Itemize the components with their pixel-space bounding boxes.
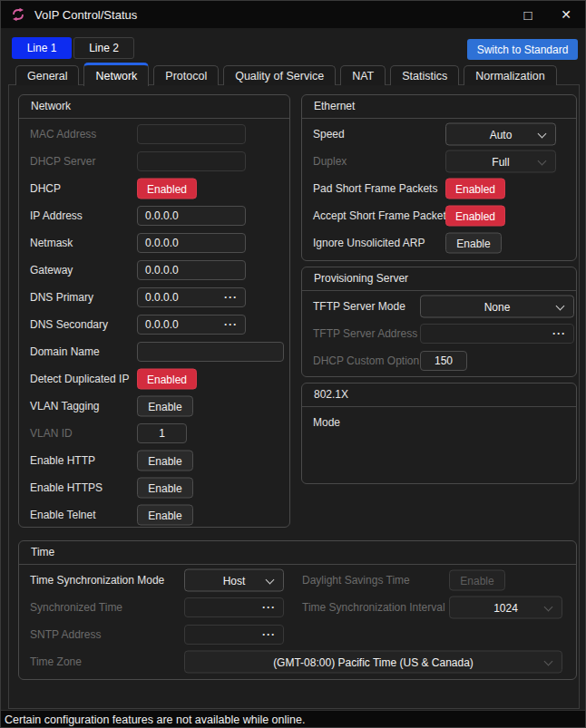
sntp-address-field: ···: [184, 625, 284, 645]
duplex-value: Full: [492, 155, 509, 168]
gateway-field[interactable]: 0.0.0.0: [137, 260, 246, 280]
provisioning-server-group: Provisioning Server TFTP Server Mode Non…: [301, 267, 577, 377]
sntp-address-ellipsis-button[interactable]: ···: [262, 628, 276, 641]
time-group: Time Time Synchronization Mode Host Dayl…: [18, 540, 577, 680]
synchronized-time-row: Synchronized Time ··· Time Synchronizati…: [19, 594, 576, 621]
dhcp-row: DHCP Enabled: [19, 175, 289, 202]
netmask-field[interactable]: 0.0.0.0: [137, 233, 246, 253]
accept-short-frame-label: Accept Short Frame Packets: [313, 209, 452, 222]
enable-https-row: Enable HTTPS Enable: [19, 474, 289, 501]
accept-short-frame-toggle-button[interactable]: Enabled: [445, 206, 505, 227]
dns-primary-ellipsis-button[interactable]: ···: [224, 291, 238, 304]
enable-telnet-toggle-button[interactable]: Enable: [137, 505, 193, 526]
domain-name-row: Domain Name: [19, 338, 289, 365]
ip-address-row: IP Address 0.0.0.0: [19, 202, 289, 229]
dot1x-group: 802.1X Mode: [301, 383, 577, 484]
tab-statistics[interactable]: Statistics: [390, 65, 459, 85]
time-sync-mode-dropdown[interactable]: Host: [184, 569, 284, 592]
sync-arrows-app-icon: [11, 7, 25, 22]
close-button[interactable]: ✕: [547, 1, 585, 28]
vlan-tagging-toggle-button[interactable]: Enable: [137, 396, 193, 417]
switch-to-standard-button[interactable]: Switch to Standard: [467, 39, 578, 60]
speed-value: Auto: [490, 128, 513, 141]
time-sync-mode-row: Time Synchronization Mode Host Daylight …: [19, 567, 576, 594]
ethernet-group: Ethernet Speed Auto Duplex Full: [301, 94, 577, 261]
title-bar: VoIP Control/Status □ ✕: [1, 1, 585, 28]
dns-secondary-row: DNS Secondary 0.0.0.0 ···: [19, 311, 289, 338]
vlan-id-row: VLAN ID 1: [19, 420, 289, 447]
ignore-unsolicited-arp-toggle-button[interactable]: Enable: [445, 233, 502, 254]
vlan-tagging-row: VLAN Tagging Enable: [19, 393, 289, 420]
ip-address-field[interactable]: 0.0.0.0: [137, 206, 246, 226]
netmask-row: Netmask 0.0.0.0: [19, 229, 289, 257]
enable-http-label: Enable HTTP: [30, 454, 95, 467]
provisioning-server-group-title: Provisioning Server: [302, 267, 576, 291]
tab-nat[interactable]: NAT: [340, 65, 386, 85]
voip-control-window: VoIP Control/Status □ ✕ Line 1 Line 2 Sw…: [0, 0, 586, 728]
page-tab-bar: General Network Protocol Quality of Serv…: [15, 62, 557, 85]
tab-network[interactable]: Network: [83, 63, 149, 86]
enable-telnet-row: Enable Telnet Enable: [19, 501, 289, 529]
ethernet-group-title: Ethernet: [302, 95, 576, 119]
time-zone-row: Time Zone (GMT-08:00) Pacific Time (US &…: [19, 648, 576, 675]
pad-short-frame-toggle-button[interactable]: Enabled: [445, 179, 505, 199]
enable-telnet-label: Enable Telnet: [30, 509, 96, 521]
chevron-down-icon: [266, 575, 275, 584]
time-sync-interval-label: Time Synchronization Interval: [302, 601, 445, 614]
gateway-label: Gateway: [30, 264, 73, 277]
tab-general[interactable]: General: [15, 65, 79, 85]
sntp-address-label: SNTP Address: [30, 628, 101, 641]
tftp-server-mode-label: TFTP Server Mode: [313, 300, 405, 313]
maximize-button[interactable]: □: [509, 1, 547, 28]
speed-dropdown[interactable]: Auto: [445, 123, 556, 146]
synchronized-time-ellipsis-button[interactable]: ···: [262, 601, 276, 614]
ip-address-label: IP Address: [30, 209, 83, 222]
pad-short-frame-row: Pad Short Frame Packets Enabled: [302, 175, 576, 202]
detect-duplicated-ip-toggle-button[interactable]: Enabled: [137, 369, 197, 390]
daylight-savings-toggle-button: Enable: [449, 570, 505, 591]
tftp-server-mode-dropdown[interactable]: None: [420, 296, 574, 318]
tab-line-1[interactable]: Line 1: [12, 37, 72, 59]
dhcp-custom-option-field: 150: [420, 351, 467, 371]
domain-name-label: Domain Name: [30, 345, 100, 358]
domain-name-field[interactable]: [137, 342, 284, 362]
mac-address-label: MAC Address: [30, 128, 96, 141]
dns-primary-label: DNS Primary: [30, 291, 93, 304]
tftp-server-address-field: ···: [420, 324, 574, 344]
sntp-address-row: SNTP Address ···: [19, 621, 576, 648]
vlan-id-label: VLAN ID: [30, 427, 73, 440]
dhcp-custom-option-label: DHCP Custom Option: [313, 354, 419, 367]
tab-normalization[interactable]: Normalization: [464, 65, 556, 85]
speed-label: Speed: [313, 128, 345, 141]
accept-short-frame-row: Accept Short Frame Packets Enabled: [302, 202, 576, 229]
network-group-title: Network: [19, 95, 289, 119]
tftp-server-address-label: TFTP Server Address: [313, 327, 417, 340]
vlan-tagging-label: VLAN Tagging: [30, 400, 100, 413]
tftp-server-address-row: TFTP Server Address ···: [302, 320, 576, 347]
enable-https-toggle-button[interactable]: Enable: [137, 478, 193, 499]
synchronized-time-field: ···: [184, 597, 284, 617]
dot1x-mode-label: Mode: [313, 416, 340, 429]
enable-https-label: Enable HTTPS: [30, 481, 103, 494]
dns-primary-row: DNS Primary 0.0.0.0 ···: [19, 284, 289, 311]
time-zone-label: Time Zone: [30, 655, 82, 668]
enable-http-toggle-button[interactable]: Enable: [137, 451, 193, 471]
tab-line-2[interactable]: Line 2: [73, 37, 134, 59]
dns-primary-field[interactable]: 0.0.0.0 ···: [137, 287, 246, 307]
dns-secondary-field[interactable]: 0.0.0.0 ···: [137, 315, 246, 335]
time-sync-mode-label: Time Synchronization Mode: [30, 574, 164, 587]
dhcp-server-row: DHCP Server: [19, 148, 289, 175]
tftp-server-address-ellipsis-button[interactable]: ···: [552, 327, 566, 340]
dns-secondary-ellipsis-button[interactable]: ···: [224, 318, 238, 331]
tab-protocol[interactable]: Protocol: [153, 65, 219, 85]
window-title: VoIP Control/Status: [34, 8, 137, 22]
dhcp-toggle-button[interactable]: Enabled: [137, 179, 197, 199]
network-group: Network MAC Address DHCP Server DHCP Ena…: [18, 94, 290, 528]
dns-secondary-label: DNS Secondary: [30, 318, 108, 331]
gateway-row: Gateway 0.0.0.0: [19, 257, 289, 284]
tab-quality-of-service[interactable]: Quality of Service: [223, 65, 336, 85]
time-sync-mode-value: Host: [223, 574, 246, 587]
chevron-down-icon: [538, 156, 547, 165]
detect-duplicated-ip-row: Detect Duplicated IP Enabled: [19, 365, 289, 393]
duplex-dropdown: Full: [445, 150, 556, 173]
